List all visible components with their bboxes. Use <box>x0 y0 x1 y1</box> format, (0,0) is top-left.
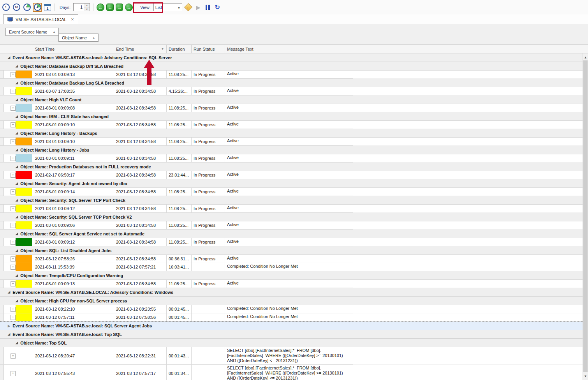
days-value[interactable]: 1 <box>73 3 84 11</box>
event-row[interactable]: +2021-03-12 08:20:472021-03-12 08:22:310… <box>0 347 583 365</box>
expand-plus-icon[interactable]: + <box>11 72 16 77</box>
tab-close-icon[interactable]: × <box>71 17 74 22</box>
range-1hour-button[interactable]: 1 <box>23 3 31 12</box>
range-1day-button[interactable]: 1 <box>44 4 51 11</box>
event-row[interactable]: +2021-03-01 00:09:132021-03-12 08:34:581… <box>0 71 583 79</box>
expand-plus-icon[interactable]: + <box>11 206 16 211</box>
range-10min-button[interactable]: 10 <box>12 3 21 12</box>
pause-button[interactable] <box>206 5 210 10</box>
expand-plus-icon[interactable]: + <box>11 240 16 245</box>
expanded-triangle-icon[interactable]: ◢ <box>16 341 18 345</box>
event-row[interactable]: +2021-03-07 17:08:352021-03-12 08:34:584… <box>0 87 583 95</box>
object-group-row[interactable]: ◢Object Name: SQL Server Agent Service n… <box>0 230 583 238</box>
event-row[interactable]: +2021-03-01 00:09:062021-03-12 08:34:581… <box>0 221 583 230</box>
expand-plus-icon[interactable]: + <box>11 139 16 144</box>
object-group-row[interactable]: ◢Object Name: Database Backup Log SLA Br… <box>0 79 583 87</box>
expand-plus-icon[interactable]: + <box>11 189 16 194</box>
object-group-row[interactable]: ◢Object Name: Tempdb/CPU Configuration W… <box>0 271 583 280</box>
view-dropdown[interactable]: List ▼ <box>153 3 182 11</box>
event-row[interactable]: +2021-03-01 00:09:122021-03-12 08:34:581… <box>0 238 583 246</box>
event-source-group-row[interactable]: ◢Event Source Name: VM-SE-ASTAB.se.local… <box>0 330 583 339</box>
expanded-triangle-icon[interactable]: ◢ <box>16 131 18 135</box>
refresh-button[interactable]: ↻ <box>215 4 220 11</box>
event-row[interactable]: +2021-03-01 00:09:082021-03-12 08:34:581… <box>0 104 583 112</box>
expanded-triangle-icon[interactable]: ◢ <box>16 249 18 252</box>
expanded-triangle-icon[interactable]: ◢ <box>16 98 18 101</box>
column-header-start-time[interactable]: Start Time <box>33 45 114 53</box>
tab-server[interactable]: VM-SE-ASTAB.SE.LOCAL × <box>3 14 78 24</box>
object-group-row[interactable]: ◢Object Name: Security: SQL Server TCP P… <box>0 196 583 205</box>
scrollbar-thumb[interactable] <box>583 60 588 372</box>
object-group-row[interactable]: ◢Object Name: Long History - Jobs <box>0 146 583 154</box>
days-stepper[interactable]: 1 ▲ ▼ <box>73 3 90 11</box>
object-group-row[interactable]: ◢Object Name: Long History - Backups <box>0 129 583 138</box>
expanded-triangle-icon[interactable]: ◢ <box>16 115 18 118</box>
scroll-up-arrow-icon[interactable]: ▲ <box>583 54 588 60</box>
expanded-triangle-icon[interactable]: ◢ <box>8 332 10 336</box>
expanded-triangle-icon[interactable]: ◢ <box>16 299 18 302</box>
event-source-group-row[interactable]: ◢Event Source Name: VM-SE-ASTAB.SE.LOCAL… <box>0 288 583 297</box>
goto-event-button[interactable]: ↔ <box>184 3 193 12</box>
expanded-triangle-icon[interactable]: ◢ <box>16 148 18 152</box>
expand-plus-icon[interactable]: + <box>11 223 16 228</box>
event-row[interactable]: +2021-03-01 00:09:132021-03-12 08:34:581… <box>0 280 583 288</box>
column-header-message-text[interactable]: Message Text <box>225 45 353 53</box>
vertical-scrollbar[interactable]: ▲ ▼ <box>583 53 588 380</box>
jump-last-button[interactable]: → <box>125 4 133 11</box>
play-button[interactable]: ▶ <box>196 4 201 11</box>
event-row[interactable]: +2021-03-01 00:09:112021-03-12 08:34:581… <box>0 154 583 163</box>
range-1min-button[interactable]: 1 <box>2 3 10 12</box>
event-source-group-row[interactable]: ◢Event Source Name: VM-SE-ASTAB.se.local… <box>0 53 583 62</box>
expand-plus-icon[interactable]: + <box>11 353 16 359</box>
object-group-row[interactable]: ◢Object Name: Security: SQL Server TCP P… <box>0 213 583 221</box>
event-row[interactable]: +2021-03-01 00:09:142021-03-12 08:34:581… <box>0 188 583 196</box>
expand-plus-icon[interactable]: + <box>11 106 16 111</box>
object-group-row[interactable]: ◢Object Name: High VLF Count <box>0 95 583 104</box>
collapsed-triangle-icon[interactable]: ▶ <box>8 324 10 328</box>
column-header-duration[interactable]: Duration <box>167 45 192 53</box>
expand-plus-icon[interactable]: + <box>11 122 16 127</box>
expand-plus-icon[interactable]: + <box>11 371 16 376</box>
event-row[interactable]: +2021-03-01 00:09:102021-03-12 08:34:581… <box>0 121 583 129</box>
expanded-triangle-icon[interactable]: ◢ <box>8 56 10 59</box>
jump-first-button[interactable]: ← <box>97 4 104 11</box>
step-forward-button[interactable]: → <box>116 4 123 11</box>
group-field-event-source[interactable]: Event Source Name ▲ <box>5 28 59 36</box>
group-field-object-name[interactable]: Object Name ▲ <box>58 34 99 42</box>
event-source-group-row[interactable]: ▶Event Source Name: VM-SE-ASTAB.se.local… <box>0 322 583 330</box>
expand-plus-icon[interactable]: + <box>11 173 16 178</box>
event-row[interactable]: +2021-03-01 00:09:102021-03-12 08:34:581… <box>0 138 583 146</box>
expand-plus-icon[interactable]: + <box>11 315 16 320</box>
scroll-down-arrow-icon[interactable]: ▼ <box>583 373 588 379</box>
column-header-run-status[interactable]: Run Status <box>192 45 225 53</box>
expanded-triangle-icon[interactable]: ◢ <box>8 290 10 294</box>
event-row[interactable]: +2021-03-12 07:57:112021-03-12 07:58:560… <box>0 313 583 322</box>
expand-plus-icon[interactable]: + <box>11 281 16 286</box>
expanded-triangle-icon[interactable]: ◢ <box>16 274 18 277</box>
object-group-row[interactable]: ◢Object Name: Security: Agent Job not ow… <box>0 179 583 188</box>
event-row[interactable]: +2021-03-01 00:09:122021-03-12 08:34:581… <box>0 205 583 213</box>
expand-plus-icon[interactable]: + <box>11 256 16 262</box>
expanded-triangle-icon[interactable]: ◢ <box>16 64 18 68</box>
range-4hour-button[interactable]: 4 <box>33 3 42 12</box>
object-group-row[interactable]: ◢Object Name: Top SQL <box>0 339 583 347</box>
expanded-triangle-icon[interactable]: ◢ <box>16 165 18 168</box>
event-row[interactable]: +2021-03-12 07:58:262021-03-12 08:34:580… <box>0 255 583 263</box>
expanded-triangle-icon[interactable]: ◢ <box>16 215 18 219</box>
column-header-end-time[interactable]: End Time▼ <box>114 45 167 53</box>
event-row[interactable]: +2021-03-12 08:22:102021-03-12 08:23:550… <box>0 305 583 313</box>
step-back-button[interactable]: ← <box>106 4 114 11</box>
object-group-row[interactable]: ◢Object Name: IBM - CLR State has change… <box>0 112 583 121</box>
event-row[interactable]: +2021-03-12 07:55:432021-03-12 07:57:170… <box>0 365 583 380</box>
expand-plus-icon[interactable]: + <box>11 265 16 270</box>
event-row[interactable]: +2021-02-17 06:50:172021-03-12 08:34:582… <box>0 171 583 179</box>
expand-plus-icon[interactable]: + <box>11 156 16 161</box>
expanded-triangle-icon[interactable]: ◢ <box>16 182 18 185</box>
days-down-button[interactable]: ▼ <box>84 7 90 11</box>
expanded-triangle-icon[interactable]: ◢ <box>16 198 18 202</box>
object-group-row[interactable]: ◢Object Name: High CPU for non-SQL Serve… <box>0 297 583 305</box>
event-row[interactable]: +2021-03-11 15:53:392021-03-12 07:57:211… <box>0 263 583 271</box>
expand-plus-icon[interactable]: + <box>11 307 16 312</box>
object-group-row[interactable]: ◢Object Name: SQL: List Disabled Agent J… <box>0 246 583 255</box>
days-up-button[interactable]: ▲ <box>84 4 90 7</box>
